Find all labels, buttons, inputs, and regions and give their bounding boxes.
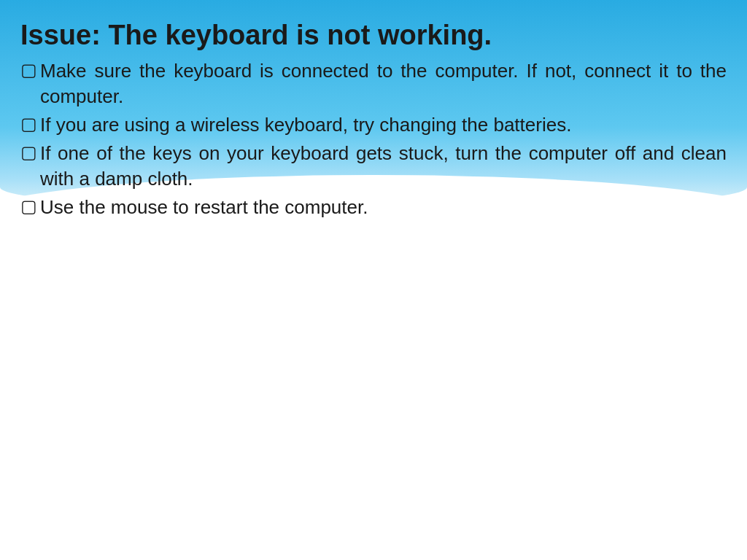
bullet-item-3: ▢If one of the keys on your keyboard get… bbox=[20, 141, 727, 192]
slide-content: Issue: The keyboard is not working. ▢Mak… bbox=[0, 0, 747, 223]
bullet-char-2: ▢ bbox=[20, 112, 37, 136]
bullet-text-1: Make sure the keyboard is connected to t… bbox=[40, 58, 727, 109]
bullet-list: ▢Make sure the keyboard is connected to … bbox=[20, 58, 727, 221]
bullet-item-1: ▢Make sure the keyboard is connected to … bbox=[20, 58, 727, 109]
bullet-char-3: ▢ bbox=[20, 141, 37, 164]
bullet-char-4: ▢ bbox=[20, 195, 37, 218]
slide-title: Issue: The keyboard is not working. bbox=[20, 20, 727, 51]
bullet-text-4: Use the mouse to restart the computer. bbox=[40, 195, 727, 220]
bullet-text-2: If you are using a wireless keyboard, tr… bbox=[40, 112, 727, 138]
bullet-item-2: ▢If you are using a wireless keyboard, t… bbox=[20, 112, 727, 138]
bullet-text-3: If one of the keys on your keyboard gets… bbox=[40, 141, 727, 192]
bullet-item-4: ▢Use the mouse to restart the computer. bbox=[20, 195, 727, 220]
slide-container: Issue: The keyboard is not working. ▢Mak… bbox=[0, 0, 747, 560]
bullet-char-1: ▢ bbox=[20, 58, 37, 82]
